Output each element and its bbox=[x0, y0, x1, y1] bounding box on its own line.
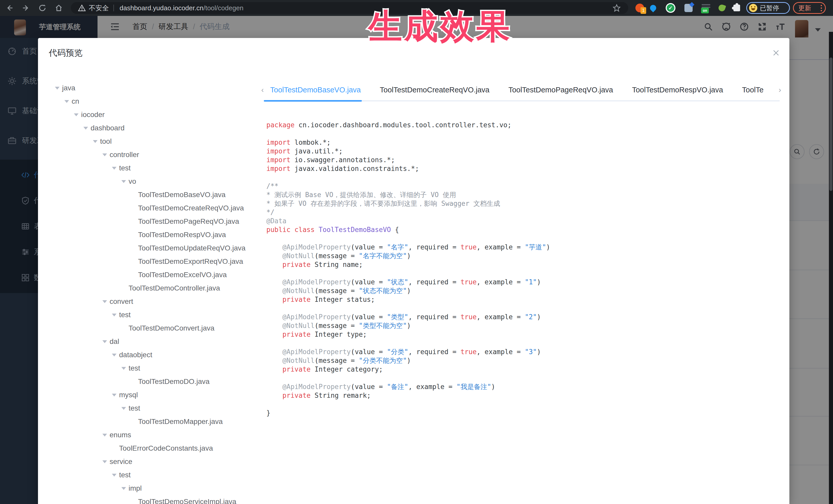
file-tabs-zone: ‹ ToolTestDemoBaseVO.java ToolTestDemoCr… bbox=[261, 82, 789, 103]
tree-file-item[interactable]: ToolErrorCodeConstants.java bbox=[38, 442, 261, 455]
tree-folder-item[interactable]: test bbox=[38, 468, 261, 482]
tree-item-label: ToolTestDemoRespVO.java bbox=[138, 231, 226, 239]
tree-item-label: impl bbox=[128, 484, 142, 493]
tree-folder-item[interactable]: test bbox=[38, 402, 261, 415]
tab-file[interactable]: ToolTestDemoCreateReqVO.java bbox=[380, 82, 490, 97]
tree-item-label: dashboard bbox=[91, 124, 124, 132]
warning-icon[interactable] bbox=[78, 4, 86, 12]
browser-update-button[interactable]: 更新 bbox=[793, 2, 826, 14]
back-icon[interactable] bbox=[4, 3, 15, 13]
tree-file-item[interactable]: ToolTestDemoMapper.java bbox=[38, 415, 261, 428]
tree-caret-icon[interactable] bbox=[121, 487, 128, 490]
tree-file-item[interactable]: ToolTestDemoUpdateReqVO.java bbox=[38, 241, 261, 255]
tree-caret-icon[interactable] bbox=[84, 127, 91, 129]
extension-on-icon[interactable]: on bbox=[700, 3, 711, 13]
code-line: * 测试示例 Base VO，提供给添加、修改、详细的子 VO 使用 bbox=[266, 190, 785, 199]
forward-icon[interactable] bbox=[21, 3, 31, 13]
tree-caret-icon[interactable] bbox=[93, 140, 100, 143]
tree-caret-icon[interactable] bbox=[102, 434, 110, 436]
tree-caret-icon[interactable] bbox=[112, 354, 119, 356]
tree-file-item[interactable]: ToolTestDemoPageReqVO.java bbox=[38, 215, 261, 228]
code-line: @ApiModelProperty(value = "分类", required… bbox=[266, 347, 785, 356]
tree-caret-icon[interactable] bbox=[102, 340, 110, 343]
tree-folder-item[interactable]: iocoder bbox=[38, 108, 261, 121]
extension-pin-icon[interactable] bbox=[648, 3, 659, 13]
tree-file-item[interactable]: ToolTestDemoConvert.java bbox=[38, 321, 261, 335]
bookmark-star-icon[interactable] bbox=[612, 4, 621, 14]
tree-folder-item[interactable]: test bbox=[38, 308, 261, 321]
browser-scrollbar[interactable] bbox=[829, 32, 833, 504]
tab-file[interactable]: ToolTestDemoPageReqVO.java bbox=[508, 82, 613, 97]
tree-caret-icon[interactable] bbox=[112, 314, 119, 316]
tree-folder-item[interactable]: impl bbox=[38, 482, 261, 495]
tree-caret-icon[interactable] bbox=[102, 153, 110, 156]
extension-gray-icon[interactable] bbox=[683, 3, 694, 13]
tree-folder-item[interactable]: test bbox=[38, 162, 261, 175]
tree-item-label: dal bbox=[110, 337, 119, 346]
extensions-puzzle-icon[interactable] bbox=[731, 3, 742, 13]
code-line: * 如果子 VO 存在差异的字段，请不要添加到这里，影响 Swagger 文档生… bbox=[266, 199, 785, 208]
tree-caret-icon[interactable] bbox=[102, 300, 110, 303]
tree-folder-item[interactable]: mysql bbox=[38, 388, 261, 402]
tab-file[interactable]: ToolTestDemoBaseVO.java bbox=[270, 82, 361, 97]
tabs-scroll-right-icon[interactable]: › bbox=[779, 82, 781, 97]
tree-item-label: ToolTestDemoDO.java bbox=[138, 378, 210, 386]
tree-caret-icon bbox=[131, 207, 138, 210]
code-line bbox=[266, 400, 785, 409]
tree-folder-item[interactable]: enums bbox=[38, 428, 261, 442]
file-tree: javacniocoderdashboardtoolcontrollertest… bbox=[38, 81, 261, 504]
tree-caret-icon[interactable] bbox=[121, 407, 128, 410]
tree-caret-icon bbox=[121, 327, 128, 330]
profile-paused-badge[interactable]: 已暂停 bbox=[746, 2, 790, 14]
tree-file-item[interactable]: ToolTestDemoController.java bbox=[38, 282, 261, 295]
tree-file-item[interactable]: ToolTestDemoDO.java bbox=[38, 375, 261, 388]
tree-folder-item[interactable]: dashboard bbox=[38, 121, 261, 135]
tree-folder-item[interactable]: test bbox=[38, 362, 261, 375]
tree-file-item[interactable]: ToolTestDemoBaseVO.java bbox=[38, 188, 261, 201]
tabs-active-underline bbox=[264, 100, 362, 102]
tree-caret-icon[interactable] bbox=[112, 167, 119, 170]
tree-file-item[interactable]: ToolTestDemoCreateReqVO.java bbox=[38, 201, 261, 215]
tree-caret-icon[interactable] bbox=[55, 87, 62, 90]
tree-caret-icon[interactable] bbox=[121, 367, 128, 370]
scrollbar-thumb[interactable] bbox=[829, 57, 832, 191]
browser-menu-icon[interactable] bbox=[821, 5, 822, 11]
tree-caret-icon[interactable] bbox=[74, 114, 81, 116]
tree-caret-icon[interactable] bbox=[112, 474, 119, 477]
tree-caret-icon[interactable] bbox=[65, 100, 72, 103]
tab-file[interactable]: ToolTestDemoRespVO.java bbox=[632, 82, 723, 97]
tree-folder-item[interactable]: convert bbox=[38, 295, 261, 308]
tree-file-item[interactable]: ToolTestDemoServiceImpl.java bbox=[38, 495, 261, 504]
tree-caret-icon bbox=[131, 193, 138, 196]
close-icon[interactable] bbox=[771, 48, 781, 57]
code-line: @NotNull(message = "分类不能为空") bbox=[266, 356, 785, 365]
tree-item-label: ToolTestDemoExcelVO.java bbox=[138, 271, 227, 279]
tree-caret-icon[interactable] bbox=[112, 394, 119, 397]
tree-file-item[interactable]: ToolTestDemoExcelVO.java bbox=[38, 268, 261, 282]
reload-icon[interactable] bbox=[37, 3, 48, 13]
tree-folder-item[interactable]: vo bbox=[38, 175, 261, 188]
tabs-scroll-left-icon[interactable]: ‹ bbox=[261, 82, 264, 97]
tree-item-label: convert bbox=[110, 297, 133, 306]
tree-item-label: test bbox=[128, 404, 140, 412]
tree-caret-icon[interactable] bbox=[121, 180, 128, 183]
home-icon[interactable] bbox=[53, 3, 64, 13]
tree-folder-item[interactable]: dataobject bbox=[38, 348, 261, 362]
extension-green-icon[interactable]: ✓ bbox=[665, 3, 676, 13]
extension-leaf-icon[interactable] bbox=[716, 3, 727, 13]
tree-folder-item[interactable]: java bbox=[38, 81, 261, 95]
tree-folder-item[interactable]: dal bbox=[38, 335, 261, 348]
code-line: @ApiModelProperty(value = "状态", required… bbox=[266, 278, 785, 286]
tree-folder-item[interactable]: cn bbox=[38, 95, 261, 108]
code-viewer[interactable]: package cn.iocoder.dashboard.modules.too… bbox=[266, 121, 785, 500]
tree-folder-item[interactable]: tool bbox=[38, 135, 261, 148]
tree-item-label: dataobject bbox=[119, 351, 152, 359]
tree-caret-icon[interactable] bbox=[102, 460, 110, 463]
tree-file-item[interactable]: ToolTestDemoExportReqVO.java bbox=[38, 255, 261, 268]
tab-file[interactable]: ToolTe bbox=[742, 82, 764, 97]
extension-orange-icon[interactable]: 1 bbox=[634, 3, 645, 13]
tree-file-item[interactable]: ToolTestDemoRespVO.java bbox=[38, 228, 261, 241]
tree-folder-item[interactable]: controller bbox=[38, 148, 261, 162]
tree-folder-item[interactable]: service bbox=[38, 455, 261, 468]
update-label: 更新 bbox=[799, 4, 811, 12]
